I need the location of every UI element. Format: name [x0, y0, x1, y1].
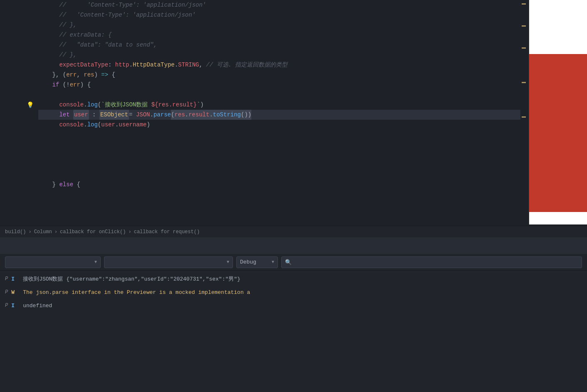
chevron-down-icon: ▼	[272, 260, 274, 264]
code-line	[38, 170, 520, 180]
breadcrumb-item: callback for onClick()	[60, 229, 126, 235]
log-line: P I 接收到JSON数据 {"username":"zhangsan","us…	[0, 272, 587, 286]
code-line: }, (err, res) => {	[38, 70, 520, 80]
code-line: // },	[38, 20, 520, 30]
gutter-line	[0, 190, 22, 200]
gutter-line	[0, 30, 22, 40]
log-level-indicator: I	[11, 303, 20, 309]
lightbulb-area: 💡	[25, 0, 35, 226]
code-line: console.log(user.username)	[38, 120, 520, 130]
debug-label: Debug	[240, 259, 256, 265]
log-level-indicator: W	[11, 289, 20, 296]
code-line: // extraData: {	[38, 30, 520, 40]
gutter-line	[0, 110, 22, 120]
gutter-line	[0, 200, 22, 210]
gutter-line	[0, 150, 22, 160]
code-line: // "data": "data to send",	[38, 40, 520, 50]
gutter-line	[0, 100, 22, 110]
log-message: 接收到JSON数据 {"username":"zhangsan","userId…	[23, 275, 240, 283]
log-level-indicator: I	[11, 276, 20, 282]
code-line	[38, 150, 520, 160]
gutter-line	[0, 130, 22, 140]
log-message: undefined	[23, 303, 52, 309]
editor-area: 💡 // 'Content-Type': 'application/json' …	[0, 0, 587, 226]
gutter-line	[0, 120, 22, 130]
gutter-line	[0, 170, 22, 180]
log-message: The json.parse interface in the Previewe…	[23, 289, 250, 296]
log-prefix: P	[5, 303, 8, 308]
log-prefix: P	[5, 276, 8, 282]
log-prefix: P	[5, 289, 8, 295]
code-line: // 'Content-Type': 'application/json'	[38, 10, 520, 20]
log-line: P W The json.parse interface in the Prev…	[0, 286, 587, 299]
gutter-line	[0, 40, 22, 50]
chevron-down-icon: ▼	[227, 260, 229, 264]
gutter-line	[0, 180, 22, 190]
log-line: P I undefined	[0, 299, 587, 312]
breadcrumb-bar: build() › Column › callback for onClick(…	[0, 226, 587, 237]
line-numbers	[0, 0, 25, 226]
code-line	[38, 90, 520, 100]
console-debug-dropdown[interactable]: Debug ▼	[236, 256, 278, 268]
code-line: // 'Content-Type': 'application/json'	[38, 0, 520, 10]
search-icon: 🔍	[285, 259, 292, 266]
preview-panel	[529, 0, 587, 224]
gutter-line	[0, 50, 22, 60]
editor-scrollbar[interactable]	[521, 0, 527, 224]
gutter-line	[0, 80, 22, 90]
code-line: // },	[38, 50, 520, 60]
breadcrumb-item: callback for request()	[134, 229, 200, 235]
code-line	[38, 160, 520, 170]
console-dropdown-1[interactable]: ▼	[5, 256, 101, 268]
code-line: console.log(`接收到JSON数据 ${res.result}`)	[38, 100, 520, 110]
console-log-area: P I 接收到JSON数据 {"username":"zhangsan","us…	[0, 271, 587, 392]
console-search[interactable]: 🔍	[281, 256, 582, 268]
lightbulb-icon[interactable]: 💡	[27, 100, 34, 110]
preview-white-top	[529, 0, 587, 54]
preview-red-area	[529, 54, 587, 212]
gutter-line	[0, 0, 22, 10]
gutter-line	[0, 90, 22, 100]
breadcrumb-item: Column	[34, 229, 52, 235]
gutter-line	[0, 60, 22, 70]
console-toolbar: ▼ ▼ Debug ▼ 🔍	[0, 254, 587, 271]
chevron-down-icon: ▼	[94, 260, 97, 264]
console-dropdown-2[interactable]: ▼	[104, 256, 233, 268]
search-input[interactable]	[293, 259, 578, 265]
breadcrumb-item: build()	[5, 229, 26, 235]
code-content[interactable]: // 'Content-Type': 'application/json' //…	[35, 0, 587, 226]
code-line: expectDataType: http.HttpDataType.STRING…	[38, 60, 520, 70]
code-line: if (!err) {	[38, 80, 520, 90]
code-line: } else {	[38, 180, 520, 190]
gutter-line	[0, 10, 22, 20]
gutter-line	[0, 160, 22, 170]
gutter-line	[0, 140, 22, 150]
code-line	[38, 140, 520, 150]
code-line	[38, 130, 520, 140]
gap-area	[0, 237, 587, 254]
gutter-line	[0, 20, 22, 30]
gutter-line	[0, 210, 22, 219]
console-area: ▼ ▼ Debug ▼ 🔍 P I 接收	[0, 254, 587, 392]
gutter-line	[0, 70, 22, 80]
code-line-highlighted: let user : ESObject= JSON.parse(res.resu…	[38, 110, 520, 120]
